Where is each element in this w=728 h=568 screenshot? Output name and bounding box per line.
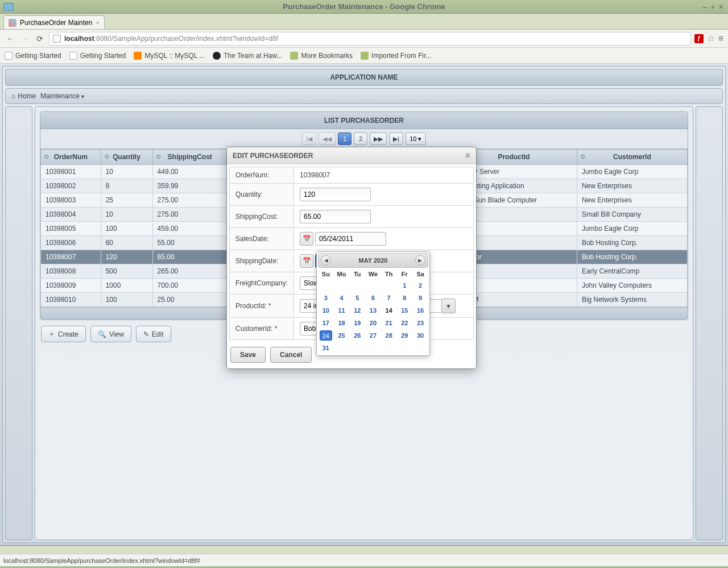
window-close-button[interactable]: × [719, 2, 723, 11]
quantity-input[interactable] [300, 188, 371, 201]
datepicker-day[interactable]: 11 [336, 305, 348, 316]
save-button[interactable]: Save [230, 347, 266, 363]
salesdate-calendar-icon[interactable]: 📅 [300, 232, 313, 246]
datepicker-day[interactable]: 20 [367, 318, 379, 328]
dropdown-icon[interactable]: ▼ [442, 298, 456, 313]
datepicker-day[interactable]: 21 [383, 318, 395, 328]
datepicker-day[interactable]: 6 [367, 293, 379, 303]
breadcrumb-home[interactable]: Home [11, 92, 36, 100]
datepicker-day[interactable]: 22 [398, 318, 411, 328]
status-url: localhost:8080/SampleApp/purchaseOrder/i… [3, 557, 200, 564]
datepicker-day[interactable]: 24 [320, 330, 332, 341]
datepicker-day[interactable]: 29 [398, 330, 411, 341]
datepicker-day[interactable]: 9 [414, 293, 427, 303]
datepicker-prev-button[interactable]: ◀ [321, 255, 331, 266]
dialog-close-icon[interactable]: × [465, 151, 470, 161]
label-shippingdate: ShippingDate: [230, 250, 294, 272]
create-button[interactable]: ＋Create [41, 326, 86, 342]
datepicker-day[interactable]: 5 [351, 293, 363, 303]
browser-menu-icon[interactable]: ≡ [718, 34, 723, 44]
datepicker-day[interactable]: 1 [398, 280, 411, 291]
datepicker-day[interactable]: 27 [367, 330, 379, 341]
bookmark-getting-started-1[interactable]: Getting Started [5, 52, 61, 60]
paginator-page-2[interactable]: 2 [354, 132, 367, 145]
paginator-prev-button[interactable]: ◀◀ [318, 132, 336, 145]
column-customerid[interactable]: CustomerId [577, 150, 687, 165]
cell: 1000 [101, 279, 152, 293]
window-minimize-button[interactable]: – [703, 2, 708, 11]
cell: 275.00 [152, 208, 228, 222]
app-header: APPLICATION NAME [5, 69, 723, 86]
bookmark-team-hawk[interactable]: The Team at Haw... [213, 52, 282, 60]
datepicker-day[interactable]: 16 [414, 305, 427, 316]
cell: 10398004 [41, 208, 101, 222]
datepicker-day[interactable]: 7 [383, 293, 395, 303]
salesdate-input[interactable] [315, 232, 386, 246]
paginator-page-1[interactable]: 1 [338, 132, 351, 145]
forward-button[interactable]: → [19, 33, 31, 44]
cell: Bob Hosting Corp. [577, 250, 687, 264]
cell: Early CentralComp [577, 264, 687, 279]
datepicker-next-button[interactable]: ▶ [415, 255, 425, 266]
cell: 10 [101, 165, 152, 179]
datepicker-day[interactable]: 25 [336, 330, 348, 341]
window-title: PurchaseOrder Maintenance - Google Chrom… [283, 2, 445, 11]
datepicker-day[interactable]: 2 [414, 280, 427, 291]
bookmark-star-icon[interactable]: ☆ [707, 33, 715, 44]
datepicker-day[interactable]: 26 [351, 330, 363, 341]
list-panel-title: LIST PURCHASEORDER [40, 112, 688, 129]
window-app-icon [3, 3, 14, 11]
datepicker-day[interactable]: 13 [367, 305, 379, 316]
datepicker-day[interactable]: 14 [383, 305, 395, 316]
column-shippingcost[interactable]: ShippingCost [152, 150, 228, 165]
back-button[interactable]: ← [5, 33, 16, 44]
cell: 8 [101, 179, 152, 193]
datepicker-day[interactable]: 30 [414, 330, 427, 341]
dialog-header[interactable]: EDIT PURCHASEORDER × [227, 147, 476, 164]
bookmarks-bar: Getting Started Getting Started MySQL ::… [0, 48, 728, 64]
paginator-last-button[interactable]: ▶| [389, 132, 403, 145]
cell: 10398007 [41, 250, 101, 264]
datepicker-day[interactable]: 15 [398, 305, 411, 316]
datepicker-day[interactable]: 12 [351, 305, 363, 316]
datepicker-day[interactable]: 18 [336, 318, 348, 328]
breadcrumb-maintenance[interactable]: Maintenance [40, 92, 84, 100]
site-info-icon[interactable] [53, 35, 61, 43]
datepicker-day[interactable]: 8 [398, 293, 411, 303]
shippingcost-input[interactable] [300, 210, 371, 223]
folder-icon [290, 52, 298, 60]
label-freightcompany: FreightCompany: [230, 272, 294, 295]
datepicker-day[interactable]: 17 [320, 318, 332, 328]
view-button[interactable]: 🔍View [90, 326, 131, 342]
cell: 700.00 [152, 279, 228, 293]
cancel-button[interactable]: Cancel [270, 347, 312, 363]
paginator-rows-select[interactable]: 10 ▾ [406, 132, 425, 145]
column-ordernum[interactable]: OrderNum [41, 150, 101, 165]
reload-button[interactable]: ⟳ [34, 33, 46, 44]
tab-close-icon[interactable]: × [96, 19, 99, 26]
address-bar[interactable]: localhost:8080/SampleApp/purchaseOrder/i… [49, 32, 691, 45]
bookmark-getting-started-2[interactable]: Getting Started [69, 52, 126, 60]
datepicker-day[interactable]: 4 [336, 293, 348, 303]
column-quantity[interactable]: Quantity [101, 150, 152, 165]
cell: Jumbo Eagle Corp [577, 165, 687, 179]
datepicker-day[interactable]: 10 [320, 305, 332, 316]
page-icon [5, 52, 13, 60]
datepicker-day[interactable]: 19 [351, 318, 363, 328]
edit-button[interactable]: ✎Edit [136, 326, 171, 342]
window-maximize-button[interactable]: + [711, 2, 715, 11]
paginator-next-button[interactable]: ▶▶ [370, 132, 387, 145]
browser-tab-active[interactable]: PurchaseOrder Mainten × [3, 15, 105, 29]
flash-plugin-icon[interactable]: ƒ [694, 34, 704, 43]
datepicker-day[interactable]: 3 [320, 293, 332, 303]
bookmark-mysql[interactable]: MySQL :: MySQL ... [134, 52, 205, 60]
bookmark-imported-firefox[interactable]: Imported From Fir... [361, 52, 431, 60]
datepicker-day[interactable]: 28 [383, 330, 395, 341]
cell: 10398010 [41, 293, 101, 307]
bookmark-more-folder[interactable]: More Bookmarks [290, 52, 353, 60]
datepicker-day[interactable]: 23 [414, 318, 427, 328]
datepicker-day[interactable]: 31 [320, 343, 332, 353]
shippingdate-calendar-icon[interactable]: 📅 [300, 254, 313, 268]
label-ordernum: OrderNum: [230, 167, 294, 184]
paginator-first-button[interactable]: |◀ [302, 132, 316, 145]
